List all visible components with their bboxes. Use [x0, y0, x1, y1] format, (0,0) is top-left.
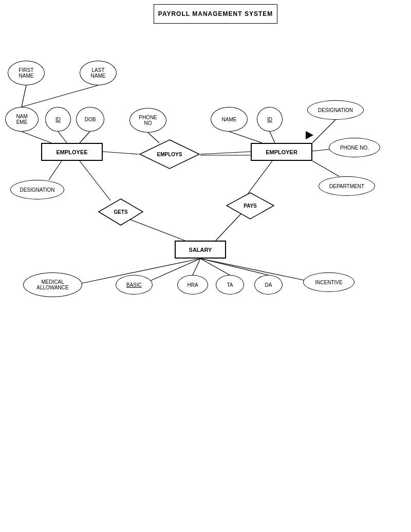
svg-line-7 [103, 152, 139, 154]
attr-id-emp: ID [45, 107, 71, 132]
svg-line-12 [312, 120, 335, 143]
attr-basic: BASIC [116, 275, 153, 295]
svg-text:GETS: GETS [114, 209, 128, 215]
attr-department: DEPARTMENT [319, 176, 375, 196]
svg-line-8 [200, 152, 251, 154]
entity-employee: EMPLOYEE [41, 143, 103, 161]
svg-line-21 [193, 259, 200, 275]
er-diagram: PAYROLL MANAGEMENT SYSTEM EMPLOYEE EMPLO… [0, 0, 411, 532]
attr-phone-no-er: PHONE NO. [329, 138, 380, 157]
svg-line-2 [22, 132, 51, 143]
attr-name-emp: NAM EME [5, 107, 39, 132]
entity-employer: EMPLOYER [251, 143, 312, 161]
attr-designation-er: DESIGNATION [307, 100, 364, 120]
attr-ta: TA [216, 275, 244, 295]
attr-dob: DOB [76, 107, 104, 132]
svg-line-22 [200, 259, 230, 275]
svg-line-14 [312, 161, 339, 176]
attr-incentive: INCENTIVE [303, 272, 354, 292]
svg-line-15 [80, 161, 110, 200]
svg-line-10 [229, 132, 262, 143]
svg-line-1 [22, 85, 98, 107]
svg-text:EMPLOYS: EMPLOYS [157, 152, 182, 157]
attr-last-name: LAST NAME [80, 61, 117, 85]
attr-name-er: NAME [211, 107, 248, 132]
attr-hra: HRA [177, 275, 208, 295]
svg-text:PAYS: PAYS [244, 203, 257, 209]
attr-first-name: FIRST NAME [8, 61, 45, 85]
attr-id-er: ID [257, 107, 283, 132]
entity-salary: SALARY [175, 241, 226, 259]
svg-line-6 [49, 161, 62, 180]
svg-marker-25 [306, 131, 313, 139]
svg-line-0 [22, 85, 26, 107]
relationship-employs: EMPLOYS [139, 139, 200, 170]
relationship-pays: PAYS [226, 192, 275, 220]
svg-line-23 [200, 259, 268, 275]
diagram-title: PAYROLL MANAGEMENT SYSTEM [154, 4, 277, 24]
svg-line-17 [247, 161, 272, 195]
attr-designation-emp: DESIGNATION [10, 180, 64, 199]
attr-da: DA [254, 275, 283, 295]
svg-line-3 [58, 132, 67, 143]
attr-phone-no-emp: PHONE NO [129, 108, 166, 133]
svg-line-4 [80, 132, 90, 143]
relationship-gets: GETS [98, 198, 144, 226]
svg-line-11 [270, 132, 275, 143]
attr-medical-allowance: MEDICAL ALLOWANCE [23, 272, 82, 297]
